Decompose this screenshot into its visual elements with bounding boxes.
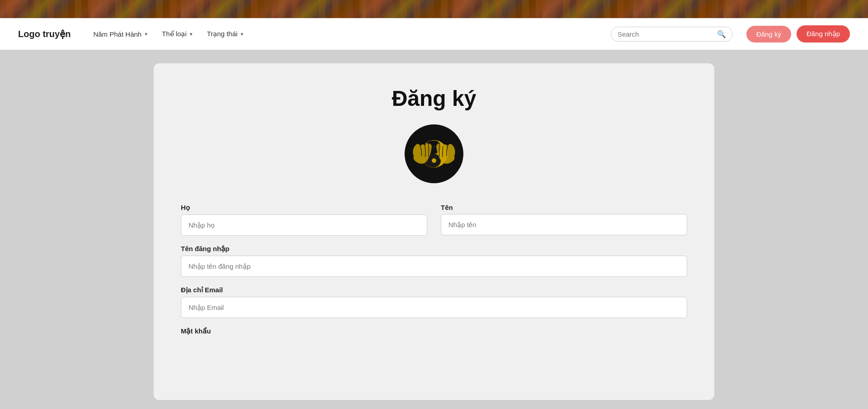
logo-image xyxy=(409,129,459,179)
password-section: Mật khẩu xyxy=(181,327,687,335)
username-group: Tên đăng nhập xyxy=(181,245,687,277)
top-banner xyxy=(0,0,868,18)
last-name-label: Họ xyxy=(181,204,427,212)
first-name-group: Tên xyxy=(441,204,687,236)
first-name-input[interactable] xyxy=(441,214,687,235)
logo-circle xyxy=(405,124,463,183)
navbar: Logo truyện Năm Phát Hành ▼ Thể loại ▼ T… xyxy=(0,18,868,50)
nav-link-genre-label: Thể loại xyxy=(162,30,187,38)
password-group: Mật khẩu xyxy=(181,327,687,335)
form-logo xyxy=(181,124,687,183)
username-section: Tên đăng nhập xyxy=(181,245,687,277)
last-name-input[interactable] xyxy=(181,214,427,236)
email-group: Địa chỉ Email xyxy=(181,286,687,318)
last-name-group: Họ xyxy=(181,204,427,236)
nav-logo: Logo truyện xyxy=(18,29,71,39)
password-label: Mật khẩu xyxy=(181,327,687,335)
svg-point-3 xyxy=(432,158,436,163)
form-card: Đăng ký xyxy=(154,63,714,400)
login-button[interactable]: Đăng nhập xyxy=(797,25,850,43)
search-icon[interactable]: 🔍 xyxy=(717,30,726,38)
nav-links: Năm Phát Hành ▼ Thể loại ▼ Trạng thái ▼ xyxy=(89,27,597,41)
main-content: Đăng ký xyxy=(0,50,868,409)
nav-link-year[interactable]: Năm Phát Hành ▼ xyxy=(89,28,153,41)
chevron-down-icon-3: ▼ xyxy=(240,32,244,37)
nav-link-year-label: Năm Phát Hành xyxy=(93,30,142,38)
nav-buttons: Đăng ký Đăng nhập xyxy=(746,25,850,43)
email-input[interactable] xyxy=(181,297,687,318)
first-name-label: Tên xyxy=(441,204,687,211)
name-row: Họ Tên xyxy=(181,204,687,236)
register-button[interactable]: Đăng ký xyxy=(746,26,791,43)
nav-link-status-label: Trạng thái xyxy=(207,30,238,38)
search-container: 🔍 xyxy=(611,27,733,42)
svg-point-2 xyxy=(432,145,436,149)
form-title: Đăng ký xyxy=(181,86,687,111)
chevron-down-icon: ▼ xyxy=(144,32,148,37)
nav-link-status[interactable]: Trạng thái ▼ xyxy=(203,27,249,41)
email-label: Địa chỉ Email xyxy=(181,286,687,294)
username-input[interactable] xyxy=(181,256,687,277)
username-label: Tên đăng nhập xyxy=(181,245,687,253)
email-section: Địa chỉ Email xyxy=(181,286,687,318)
chevron-down-icon-2: ▼ xyxy=(189,32,193,37)
nav-link-genre[interactable]: Thể loại ▼ xyxy=(157,27,198,41)
search-input[interactable] xyxy=(618,30,713,38)
